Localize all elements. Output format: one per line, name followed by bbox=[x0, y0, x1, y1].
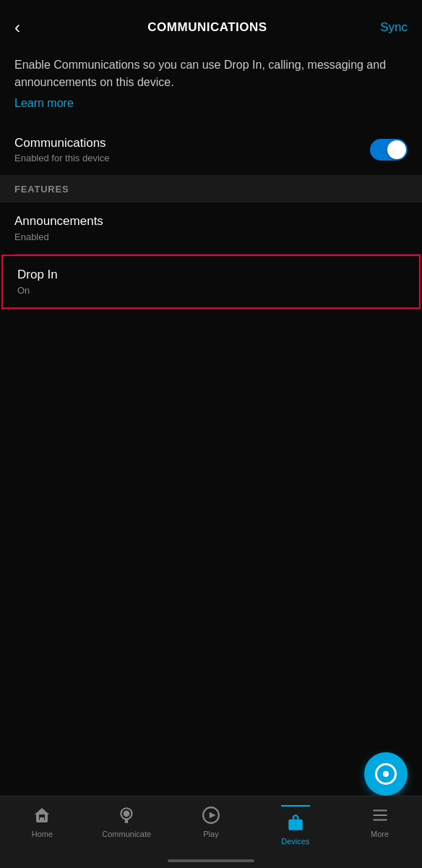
drop-in-title: Drop In bbox=[17, 268, 405, 282]
nav-item-more[interactable]: More bbox=[337, 805, 422, 838]
description-section: Enable Communications so you can use Dro… bbox=[0, 49, 422, 124]
devices-nav-label: Devices bbox=[281, 837, 309, 846]
back-button[interactable]: ‹ bbox=[14, 17, 43, 38]
alexa-icon bbox=[375, 763, 397, 785]
communicate-nav-label: Communicate bbox=[102, 830, 151, 838]
learn-more-link[interactable]: Learn more bbox=[14, 97, 74, 109]
announcements-title: Announcements bbox=[14, 214, 408, 229]
play-icon bbox=[201, 805, 221, 825]
announcements-row[interactable]: Announcements Enabled bbox=[0, 203, 422, 254]
alexa-icon-dot bbox=[383, 771, 389, 777]
bottom-nav: Home Communicate Play Devic bbox=[0, 796, 422, 868]
nav-item-communicate[interactable]: Communicate bbox=[85, 805, 169, 838]
home-icon bbox=[32, 805, 52, 825]
svg-rect-10 bbox=[373, 809, 387, 811]
features-section-header: FEATURES bbox=[0, 175, 422, 203]
devices-active-indicator bbox=[281, 805, 310, 807]
svg-marker-9 bbox=[210, 812, 216, 819]
announcements-subtitle: Enabled bbox=[14, 231, 408, 242]
home-nav-label: Home bbox=[32, 830, 53, 838]
drop-in-subtitle: On bbox=[17, 285, 405, 296]
communications-toggle-row[interactable]: Communications Enabled for this device bbox=[0, 124, 422, 175]
more-nav-label: More bbox=[371, 830, 389, 838]
nav-item-home[interactable]: Home bbox=[0, 805, 85, 838]
svg-rect-11 bbox=[373, 814, 387, 816]
communications-setting-subtitle: Enabled for this device bbox=[14, 153, 110, 163]
devices-icon bbox=[285, 812, 306, 833]
nav-item-play[interactable]: Play bbox=[169, 805, 254, 838]
more-icon bbox=[370, 805, 390, 825]
page-title: COMMUNICATIONS bbox=[43, 20, 371, 35]
features-header-label: FEATURES bbox=[14, 184, 69, 195]
svg-rect-12 bbox=[373, 819, 387, 820]
communications-toggle[interactable] bbox=[370, 139, 408, 161]
home-bar bbox=[168, 859, 254, 862]
play-nav-label: Play bbox=[203, 830, 218, 838]
alexa-fab-button[interactable] bbox=[364, 752, 408, 796]
communicate-icon bbox=[116, 805, 137, 825]
sync-button[interactable]: Sync bbox=[371, 20, 408, 35]
header: ‹ COMMUNICATIONS Sync bbox=[0, 0, 422, 49]
nav-item-devices[interactable]: Devices bbox=[253, 805, 337, 846]
toggle-knob bbox=[387, 140, 406, 159]
communications-setting-text: Communications Enabled for this device bbox=[14, 136, 110, 163]
drop-in-row[interactable]: Drop In On bbox=[1, 255, 421, 309]
communications-setting-title: Communications bbox=[14, 136, 110, 150]
svg-point-6 bbox=[124, 811, 130, 817]
svg-rect-7 bbox=[125, 819, 128, 822]
description-text: Enable Communications so you can use Dro… bbox=[14, 56, 408, 91]
